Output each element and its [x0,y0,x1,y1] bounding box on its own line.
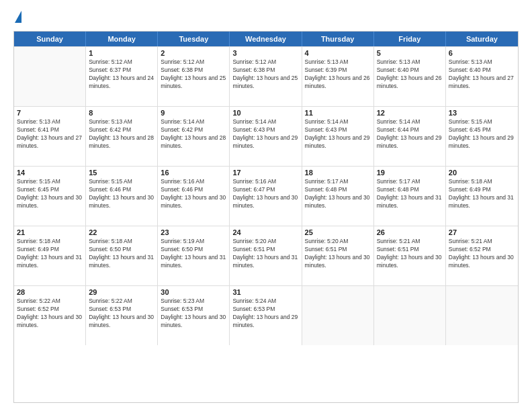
calendar-cell: 14Sunrise: 5:15 AMSunset: 6:45 PMDayligh… [14,167,86,226]
calendar: SundayMondayTuesdayWednesdayThursdayFrid… [13,31,519,403]
cell-info: Sunrise: 5:13 AMSunset: 6:39 PMDaylight:… [305,58,371,91]
day-number: 13 [449,109,515,117]
calendar-cell: 13Sunrise: 5:15 AMSunset: 6:45 PMDayligh… [446,107,518,166]
calendar-cell: 2Sunrise: 5:12 AMSunset: 6:38 PMDaylight… [158,47,230,106]
calendar-cell: 11Sunrise: 5:14 AMSunset: 6:43 PMDayligh… [302,107,374,166]
cell-info: Sunrise: 5:13 AMSunset: 6:41 PMDaylight:… [17,118,83,150]
cell-info: Sunrise: 5:20 AMSunset: 6:51 PMDaylight:… [305,238,371,270]
calendar-cell: 28Sunrise: 5:22 AMSunset: 6:52 PMDayligh… [14,286,86,345]
day-number: 29 [89,288,154,296]
calendar-cell: 26Sunrise: 5:21 AMSunset: 6:51 PMDayligh… [374,226,446,285]
cell-info: Sunrise: 5:19 AMSunset: 6:50 PMDaylight:… [161,238,226,270]
day-number: 26 [377,228,443,236]
calendar-cell: 25Sunrise: 5:20 AMSunset: 6:51 PMDayligh… [302,226,374,285]
cell-info: Sunrise: 5:14 AMSunset: 6:43 PMDaylight:… [305,118,371,150]
calendar-cell: 21Sunrise: 5:18 AMSunset: 6:49 PMDayligh… [14,226,86,285]
cell-info: Sunrise: 5:22 AMSunset: 6:52 PMDaylight:… [17,298,83,330]
day-number: 14 [17,169,83,177]
day-number: 17 [232,169,298,177]
calendar-cell: 24Sunrise: 5:20 AMSunset: 6:51 PMDayligh… [230,226,302,285]
calendar-cell: 3Sunrise: 5:12 AMSunset: 6:38 PMDaylight… [230,47,302,106]
header-day-friday: Friday [374,32,446,46]
calendar-body: 1Sunrise: 5:12 AMSunset: 6:37 PMDaylight… [14,46,518,345]
day-number: 31 [232,288,298,296]
header-day-thursday: Thursday [302,32,374,46]
cell-info: Sunrise: 5:20 AMSunset: 6:51 PMDaylight:… [232,238,298,270]
day-number: 20 [449,169,515,177]
day-number: 8 [89,109,154,117]
cell-info: Sunrise: 5:21 AMSunset: 6:52 PMDaylight:… [449,238,515,270]
day-number: 27 [449,228,515,236]
calendar-cell: 12Sunrise: 5:14 AMSunset: 6:44 PMDayligh… [374,107,446,166]
cell-info: Sunrise: 5:23 AMSunset: 6:53 PMDaylight:… [161,298,226,330]
day-number: 18 [305,169,371,177]
day-number: 12 [377,109,443,117]
header-day-saturday: Saturday [446,32,518,46]
day-number: 28 [17,288,83,296]
calendar-cell: 20Sunrise: 5:18 AMSunset: 6:49 PMDayligh… [446,167,518,226]
logo-triangle-icon [15,11,21,23]
calendar-cell: 6Sunrise: 5:13 AMSunset: 6:40 PMDaylight… [446,47,518,106]
calendar-cell: 7Sunrise: 5:13 AMSunset: 6:41 PMDaylight… [14,107,86,166]
day-number: 5 [377,49,443,57]
header-day-sunday: Sunday [14,32,86,46]
calendar-row-1: 1Sunrise: 5:12 AMSunset: 6:37 PMDaylight… [14,46,518,106]
logo [13,11,21,24]
cell-info: Sunrise: 5:18 AMSunset: 6:49 PMDaylight:… [449,178,515,210]
cell-info: Sunrise: 5:15 AMSunset: 6:45 PMDaylight:… [449,118,515,150]
day-number: 1 [89,49,154,57]
cell-info: Sunrise: 5:15 AMSunset: 6:45 PMDaylight:… [17,178,83,210]
calendar-cell [446,286,518,345]
cell-info: Sunrise: 5:12 AMSunset: 6:37 PMDaylight:… [89,58,154,91]
calendar-cell: 10Sunrise: 5:14 AMSunset: 6:43 PMDayligh… [230,107,302,166]
day-number: 15 [89,169,154,177]
cell-info: Sunrise: 5:14 AMSunset: 6:42 PMDaylight:… [161,118,226,150]
calendar-cell: 27Sunrise: 5:21 AMSunset: 6:52 PMDayligh… [446,226,518,285]
header [13,11,519,24]
cell-info: Sunrise: 5:18 AMSunset: 6:49 PMDaylight:… [17,238,83,270]
day-number: 2 [161,49,226,57]
day-number: 19 [377,169,443,177]
day-number: 16 [161,169,226,177]
calendar-row-2: 7Sunrise: 5:13 AMSunset: 6:41 PMDaylight… [14,106,518,166]
cell-info: Sunrise: 5:14 AMSunset: 6:43 PMDaylight:… [232,118,298,150]
page: SundayMondayTuesdayWednesdayThursdayFrid… [0,0,532,411]
calendar-cell [374,286,446,345]
calendar-row-3: 14Sunrise: 5:15 AMSunset: 6:45 PMDayligh… [14,166,518,226]
header-day-wednesday: Wednesday [230,32,302,46]
calendar-cell: 8Sunrise: 5:13 AMSunset: 6:42 PMDaylight… [86,107,158,166]
calendar-cell: 4Sunrise: 5:13 AMSunset: 6:39 PMDaylight… [302,47,374,106]
day-number: 6 [449,49,515,57]
calendar-cell: 18Sunrise: 5:17 AMSunset: 6:48 PMDayligh… [302,167,374,226]
day-number: 22 [89,228,154,236]
day-number: 10 [232,109,298,117]
calendar-cell: 16Sunrise: 5:16 AMSunset: 6:46 PMDayligh… [158,167,230,226]
calendar-cell [14,47,86,106]
day-number: 4 [305,49,371,57]
cell-info: Sunrise: 5:17 AMSunset: 6:48 PMDaylight:… [377,178,443,210]
cell-info: Sunrise: 5:13 AMSunset: 6:42 PMDaylight:… [89,118,154,150]
calendar-row-5: 28Sunrise: 5:22 AMSunset: 6:52 PMDayligh… [14,285,518,345]
cell-info: Sunrise: 5:13 AMSunset: 6:40 PMDaylight:… [449,58,515,91]
calendar-cell: 9Sunrise: 5:14 AMSunset: 6:42 PMDaylight… [158,107,230,166]
calendar-cell: 15Sunrise: 5:15 AMSunset: 6:46 PMDayligh… [86,167,158,226]
cell-info: Sunrise: 5:16 AMSunset: 6:46 PMDaylight:… [161,178,226,210]
calendar-cell: 31Sunrise: 5:24 AMSunset: 6:53 PMDayligh… [230,286,302,345]
calendar-cell: 5Sunrise: 5:13 AMSunset: 6:40 PMDaylight… [374,47,446,106]
calendar-cell: 22Sunrise: 5:18 AMSunset: 6:50 PMDayligh… [86,226,158,285]
header-day-tuesday: Tuesday [158,32,230,46]
calendar-cell: 17Sunrise: 5:16 AMSunset: 6:47 PMDayligh… [230,167,302,226]
day-number: 9 [161,109,226,117]
cell-info: Sunrise: 5:24 AMSunset: 6:53 PMDaylight:… [232,298,298,330]
day-number: 21 [17,228,83,236]
calendar-header: SundayMondayTuesdayWednesdayThursdayFrid… [14,32,518,46]
cell-info: Sunrise: 5:14 AMSunset: 6:44 PMDaylight:… [377,118,443,150]
day-number: 25 [305,228,371,236]
cell-info: Sunrise: 5:15 AMSunset: 6:46 PMDaylight:… [89,178,154,210]
cell-info: Sunrise: 5:16 AMSunset: 6:47 PMDaylight:… [232,178,298,210]
calendar-cell: 23Sunrise: 5:19 AMSunset: 6:50 PMDayligh… [158,226,230,285]
cell-info: Sunrise: 5:17 AMSunset: 6:48 PMDaylight:… [305,178,371,210]
calendar-cell: 30Sunrise: 5:23 AMSunset: 6:53 PMDayligh… [158,286,230,345]
calendar-cell [302,286,374,345]
day-number: 7 [17,109,83,117]
